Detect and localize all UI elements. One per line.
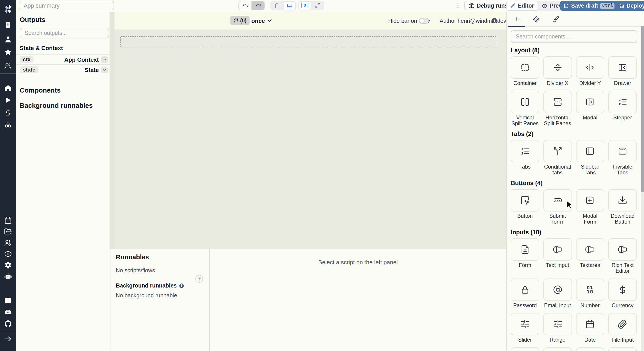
scrollbar-thumb[interactable]	[641, 26, 644, 192]
lock-icon	[520, 285, 530, 295]
sidebar-item-gear-icon[interactable]	[4, 261, 12, 269]
sidebar-item-bot-icon[interactable]	[4, 272, 12, 280]
sidebar-item-arrow-right-icon[interactable]	[4, 335, 12, 343]
component-card-invisible-tabs[interactable]: Invisible Tabs	[608, 140, 637, 176]
center-canvas-button[interactable]: |0|	[299, 1, 311, 10]
windmill-logo-icon[interactable]	[3, 4, 14, 14]
tab-insert-component[interactable]	[507, 12, 526, 26]
refresh-all-button[interactable]: (0)	[230, 16, 250, 25]
square-plus-icon	[585, 196, 595, 205]
sidebar-item-dollar-icon[interactable]	[4, 109, 12, 117]
sidebar-item-users-gear-icon[interactable]	[4, 239, 12, 247]
component-card-horizontal-split-panes[interactable]: Horizontal Split Panes	[544, 91, 572, 126]
tab-component-settings[interactable]	[526, 12, 546, 26]
components-panel: Layout (8)ContainerDivider XDivider YDra…	[506, 12, 641, 351]
context-row-ctx[interactable]: ctx App Context	[16, 54, 110, 64]
search-components-input[interactable]	[511, 30, 637, 43]
component-card-drawer[interactable]: Drawer	[608, 56, 637, 86]
component-card-partially-visible[interactable]	[576, 348, 604, 351]
hide-bar-toggle[interactable]	[419, 18, 429, 24]
component-label: Email Input	[544, 303, 571, 308]
frequency-chevron-icon[interactable]	[266, 18, 273, 24]
component-card-sidebar-tabs[interactable]: Sidebar Tabs	[576, 140, 604, 176]
undo-button[interactable]	[239, 1, 251, 10]
component-card-container[interactable]: Container	[511, 56, 539, 86]
app-summary-input[interactable]	[19, 1, 114, 10]
sidebar-item-building-icon[interactable]	[4, 21, 12, 29]
component-card-email-input[interactable]: Email Input	[544, 278, 572, 308]
component-card-slider[interactable]: Slider	[511, 313, 539, 343]
sidebar-item-resources-icon[interactable]	[4, 121, 12, 129]
component-card-divider-y[interactable]: Divider Y	[576, 56, 604, 86]
component-card-file-input[interactable]: File Input	[608, 313, 637, 343]
sidebar-item-folder-open-icon[interactable]	[4, 228, 12, 236]
sidebar-item-eye-icon[interactable]	[4, 250, 12, 258]
component-card-textarea[interactable]: Textarea	[576, 238, 604, 274]
component-card-rich-text-editor[interactable]: Rich Text Editor	[608, 238, 637, 274]
component-label: Textarea	[580, 262, 600, 268]
component-card-password[interactable]: Password	[511, 278, 539, 308]
component-card-divider-x[interactable]: Divider X	[544, 56, 572, 86]
file-text-icon	[520, 244, 530, 254]
device-preview-group	[270, 1, 296, 10]
component-card-partially-visible[interactable]	[608, 348, 637, 351]
component-card-vertical-split-panes[interactable]: Vertical Split Panes	[511, 91, 539, 126]
sidebar-item-calendar-icon[interactable]	[4, 216, 12, 224]
desktop-view-button[interactable]	[283, 1, 296, 10]
state-value: State	[84, 66, 99, 73]
component-card-conditional-tabs[interactable]: Conditional tabs	[544, 140, 572, 176]
debug-runs-button[interactable]: Debug runs	[464, 1, 512, 10]
component-card-modal-form[interactable]: Modal Form	[576, 189, 604, 225]
tab-styling[interactable]	[546, 12, 566, 26]
info-icon[interactable]	[492, 18, 497, 23]
redo-button[interactable]	[251, 1, 264, 10]
component-card-download-button[interactable]: Download Button	[608, 189, 637, 225]
sidebar-item-user-icon[interactable]	[4, 35, 12, 43]
component-card-range[interactable]: Range	[544, 313, 572, 343]
text-cursor-input-icon	[585, 244, 595, 254]
mobile-view-button[interactable]	[271, 2, 283, 10]
search-outputs-input[interactable]	[20, 28, 109, 38]
sidebar-item-play-icon[interactable]	[4, 96, 12, 104]
component-card-form[interactable]: Form	[511, 238, 539, 274]
components-list: Layout (8)ContainerDivider XDivider YDra…	[507, 47, 641, 351]
ctx-expand-button[interactable]	[101, 56, 108, 63]
component-label: Invisible Tabs	[608, 164, 637, 176]
component-card-modal[interactable]: Modal	[576, 91, 604, 126]
component-card-number[interactable]: Number	[576, 278, 604, 308]
panel-resize-gutter[interactable]	[110, 12, 115, 248]
sidebar-item-discord-icon[interactable]	[4, 308, 12, 316]
component-label: Date	[584, 337, 596, 343]
sidebar-item-home-icon[interactable]	[4, 84, 12, 92]
section-title: Buttons (4)	[511, 180, 637, 187]
fullscreen-button[interactable]	[312, 2, 323, 10]
info-icon[interactable]	[179, 283, 184, 288]
sidebar-item-star-icon[interactable]	[4, 48, 12, 56]
context-row-state[interactable]: state State	[16, 64, 110, 75]
editor-tab[interactable]: Editor	[506, 1, 538, 11]
component-card-date[interactable]: Date	[576, 313, 604, 343]
component-card-stepper[interactable]: 12Stepper	[608, 91, 637, 126]
more-menu-button[interactable]	[455, 1, 461, 10]
sidebar-item-users-icon[interactable]	[4, 62, 12, 70]
component-card-partially-visible[interactable]	[544, 348, 572, 351]
deploy-button[interactable]: Deploy	[616, 1, 644, 11]
component-card-partially-visible[interactable]	[511, 348, 539, 351]
runnables-panel: Runnables No scripts/flows Background ru…	[110, 248, 506, 351]
component-label: Vertical Split Panes	[511, 115, 539, 126]
component-card-button[interactable]: Button	[511, 189, 539, 225]
deploy-icon	[619, 3, 624, 8]
no-scripts-text: No scripts/flows	[116, 268, 204, 274]
component-card-text-input[interactable]: Text Input	[544, 238, 572, 274]
ctx-key-badge: ctx	[20, 56, 34, 63]
sidebar-item-book-open-icon[interactable]	[4, 297, 12, 305]
sidebar-item-github-icon[interactable]	[4, 320, 12, 328]
add-background-runnable-button[interactable]	[196, 275, 203, 282]
runnables-title: Runnables	[116, 254, 204, 261]
component-card-currency[interactable]: Currency	[608, 278, 637, 308]
run-frequency-label[interactable]: once	[251, 18, 265, 24]
component-drop-zone[interactable]	[120, 36, 497, 48]
state-expand-button[interactable]	[101, 66, 108, 73]
component-card-tabs[interactable]: 12Tabs	[511, 140, 539, 176]
component-card-submit-form[interactable]: Submit form	[544, 189, 572, 225]
